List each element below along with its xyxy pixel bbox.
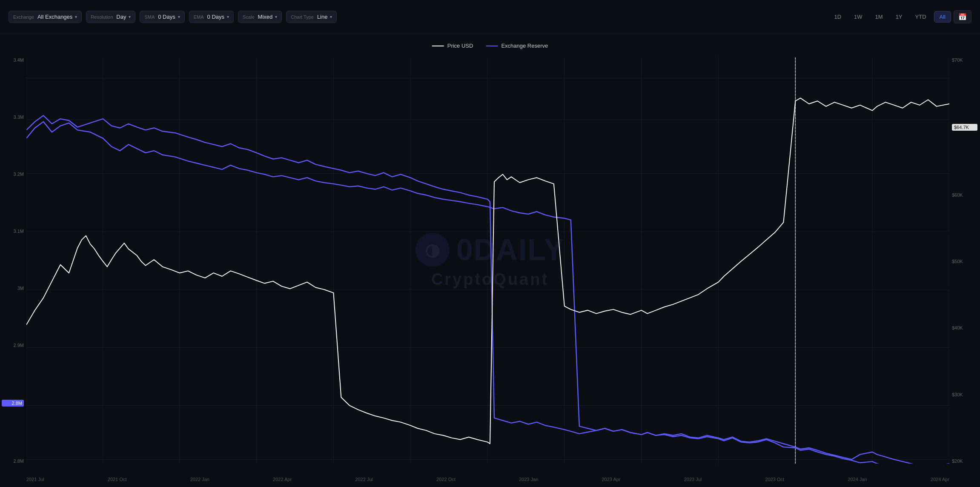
resolution-dropdown[interactable]: Resolution Day ▾ (86, 11, 135, 23)
y-left-label-34m: 3.4M (2, 57, 24, 63)
ema-chevron-icon: ▾ (227, 14, 229, 19)
x-label-2023apr: 2023 Apr (602, 477, 620, 482)
exchange-dropdown[interactable]: Exchange All Exchanges ▾ (9, 11, 82, 23)
y-right-label-60k: $60K (952, 192, 977, 198)
btn-ytd[interactable]: YTD (910, 11, 931, 22)
x-label-2024apr: 2024 Apr (931, 477, 949, 482)
btn-1w[interactable]: 1W (849, 11, 868, 22)
chart-type-chevron-icon: ▾ (330, 14, 332, 19)
legend-reserve-label: Exchange Reserve (501, 43, 548, 49)
calendar-button[interactable]: 📅 (954, 10, 971, 23)
scale-chevron-icon: ▾ (275, 14, 277, 19)
scale-label: Scale (243, 14, 255, 20)
y-axis-left: 3.4M 3.3M 3.2M 3.1M 3M 2.9M 2.8M 2.8M (0, 57, 26, 464)
sma-dropdown[interactable]: SMA 0 Days ▾ (140, 11, 184, 23)
chart-type-dropdown[interactable]: Chart Type Line ▾ (286, 11, 337, 23)
y-left-label-28m: 2.8M (2, 458, 24, 464)
resolution-chevron-icon: ▾ (129, 14, 131, 19)
scale-value: Mixed (258, 14, 273, 20)
y-right-label-40k: $40K (952, 325, 977, 330)
chart-container: Price USD Exchange Reserve ◑ 0DAILY Cryp… (0, 34, 980, 487)
y-left-label-28m-highlight: 2.8M (2, 400, 24, 407)
ema-label: EMA (194, 14, 204, 20)
y-left-label-29m: 2.9M (2, 343, 24, 348)
ema-value: 0 Days (207, 14, 224, 20)
y-left-label-33m: 3.3M (2, 115, 24, 120)
y-left-label-31m: 3.1M (2, 229, 24, 234)
x-label-2023jan: 2023 Jan (519, 477, 538, 482)
btn-1d[interactable]: 1D (829, 11, 846, 22)
x-label-2021oct: 2021 Oct (108, 477, 127, 482)
y-right-label-70k: $70K (952, 57, 977, 63)
resolution-value: Day (116, 14, 126, 20)
toolbar: Exchange All Exchanges ▾ Resolution Day … (0, 0, 980, 34)
x-label-2022apr: 2022 Apr (273, 477, 292, 482)
y-right-label-20k: $20K (952, 458, 977, 464)
chart-lines-svg (26, 57, 949, 464)
chart-type-value: Line (317, 14, 328, 20)
x-label-2022oct: 2022 Oct (436, 477, 456, 482)
y-left-label-32m: 3.2M (2, 172, 24, 177)
chart-type-label: Chart Type (291, 14, 314, 20)
sma-chevron-icon: ▾ (178, 14, 180, 19)
sma-label: SMA (144, 14, 155, 20)
scale-dropdown[interactable]: Scale Mixed ▾ (238, 11, 282, 23)
toolbar-right: 1D 1W 1M 1Y YTD All 📅 (829, 10, 971, 23)
x-label-2023jul: 2023 Jul (684, 477, 702, 482)
legend-price: Price USD (432, 43, 473, 49)
y-left-label-3m: 3M (2, 286, 24, 291)
y-axis-right: $70K $64.7K $60K $50K $40K $30K $20K (949, 57, 980, 464)
legend-reserve: Exchange Reserve (486, 43, 548, 49)
ema-dropdown[interactable]: EMA 0 Days ▾ (189, 11, 234, 23)
y-right-label-30k: $30K (952, 392, 977, 397)
y-right-label-647k-highlight: $64.7K (952, 124, 977, 131)
toolbar-left: Exchange All Exchanges ▾ Resolution Day … (9, 11, 337, 23)
x-label-2023oct: 2023 Oct (765, 477, 785, 482)
exchange-chevron-icon: ▾ (75, 14, 77, 19)
btn-1y[interactable]: 1Y (891, 11, 908, 22)
y-right-label-50k: $50K (952, 259, 977, 264)
x-label-2024jan: 2024 Jan (848, 477, 867, 482)
btn-all[interactable]: All (934, 11, 951, 23)
sma-value: 0 Days (158, 14, 175, 20)
btn-1m[interactable]: 1M (870, 11, 888, 22)
exchange-label: Exchange (13, 14, 34, 20)
exchange-value: All Exchanges (37, 14, 72, 20)
x-label-2022jan: 2022 Jan (190, 477, 209, 482)
x-label-2022jul: 2022 Jul (355, 477, 373, 482)
x-label-2021jul: 2021 Jul (26, 477, 44, 482)
resolution-label: Resolution (91, 14, 113, 20)
chart-legend: Price USD Exchange Reserve (432, 43, 548, 49)
legend-price-label: Price USD (447, 43, 473, 49)
x-axis: 2021 Jul 2021 Oct 2022 Jan 2022 Apr 2022… (26, 477, 949, 482)
legend-price-line (432, 46, 444, 46)
legend-reserve-line (486, 46, 498, 46)
